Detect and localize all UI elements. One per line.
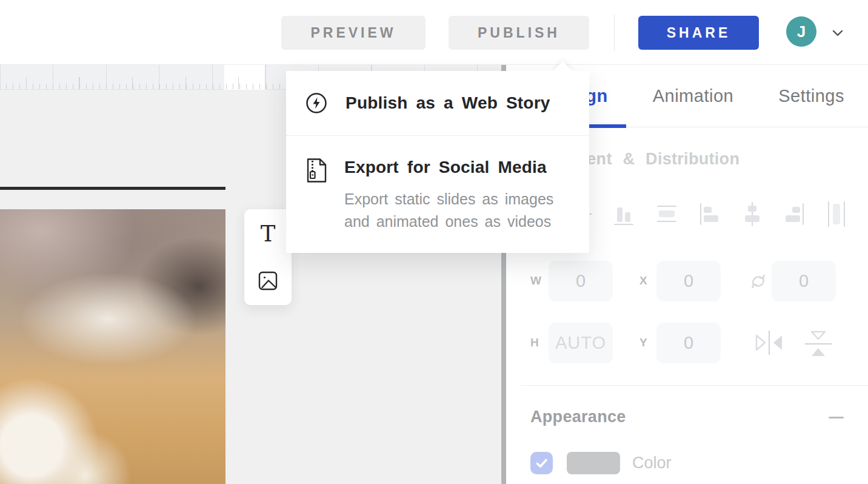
checkmark-icon (536, 459, 548, 468)
y-label: Y (639, 336, 647, 349)
transform-row-1: W X (506, 261, 868, 301)
rotate-icon[interactable] (750, 272, 767, 291)
align-left-icon[interactable] (699, 200, 721, 228)
distribute-horizontal-icon[interactable] (826, 200, 847, 228)
align-right-icon[interactable] (783, 200, 805, 228)
image-tool-icon (257, 270, 279, 292)
section-divider (521, 385, 868, 386)
width-label: W (530, 274, 541, 287)
menu-item-title: Export for Social Media (344, 158, 547, 176)
distribute-vertical-icon[interactable] (655, 200, 678, 228)
chevron-down-icon[interactable] (829, 24, 846, 41)
rotation-input[interactable] (772, 261, 836, 301)
height-input[interactable] (549, 323, 613, 363)
width-input[interactable] (549, 261, 613, 301)
collapse-section-icon[interactable] (829, 417, 844, 418)
color-enabled-checkbox[interactable] (530, 452, 553, 474)
lightning-circle-icon (305, 92, 327, 114)
y-input[interactable] (656, 323, 721, 363)
element-toolbar: T (244, 209, 292, 305)
tab-settings[interactable]: Settings (760, 65, 863, 127)
appearance-section-title: Appearance (530, 408, 626, 426)
menu-item-publish-web-story[interactable]: Publish as a Web Story (286, 71, 589, 135)
flip-horizontal-icon[interactable] (753, 329, 785, 357)
flip-vertical-icon[interactable] (803, 329, 833, 359)
preview-button[interactable]: PREVIEW (281, 16, 426, 50)
header-divider (614, 15, 615, 51)
zip-file-icon (305, 158, 327, 233)
menu-item-export-social[interactable]: Export for Social Media Export static sl… (286, 136, 589, 233)
align-center-horizontal-icon[interactable] (742, 200, 763, 228)
slide-dog-photo[interactable] (0, 209, 225, 484)
image-tool-button[interactable] (255, 267, 281, 294)
text-tool-button[interactable]: T (255, 220, 281, 247)
x-input[interactable] (656, 261, 721, 301)
menu-item-title: Publish as a Web Story (346, 93, 550, 113)
align-bottom-icon[interactable] (613, 200, 634, 228)
publish-dropdown-menu: Publish as a Web Story Export for Social… (286, 71, 589, 253)
publish-button[interactable]: PUBLISH (449, 16, 589, 50)
tab-animation[interactable]: Animation (635, 65, 752, 127)
menu-item-description: Export static slides as images and anima… (344, 188, 553, 233)
avatar[interactable]: J (786, 16, 816, 47)
story-editor-app: T Design Animation Settings Alignment & … (0, 0, 868, 484)
color-label: Color (632, 454, 672, 472)
height-label: H (530, 336, 539, 349)
transform-row-2: H Y (506, 323, 868, 363)
x-label: X (639, 274, 647, 287)
color-swatch[interactable] (567, 452, 620, 474)
top-bar: PREVIEW PUBLISH SHARE J (0, 0, 868, 65)
slide-divider-element[interactable] (0, 187, 225, 190)
text-tool-icon: T (261, 223, 276, 245)
share-button[interactable]: SHARE (638, 16, 759, 50)
